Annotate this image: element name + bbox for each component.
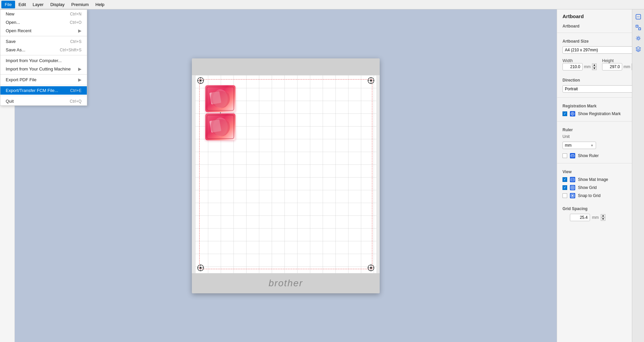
width-group: Width 210.0 mm ▲ ▼ <box>562 58 597 70</box>
divider-1 <box>557 33 644 33</box>
layers-panel-icon[interactable] <box>634 44 643 54</box>
grid-spacing-section-label: Grid Spacing <box>557 203 644 212</box>
svg-point-4 <box>200 80 202 82</box>
direction-label: Direction <box>557 75 644 84</box>
menu-item-save-as[interactable]: Save As... Ctrl+Shift+S <box>0 46 87 54</box>
separator-2 <box>0 55 87 55</box>
file-dropdown-menu: New Ctrl+N Open... Ctrl+O Open Recent ▶ … <box>0 9 87 106</box>
reg-mark-br <box>367 264 375 272</box>
menu-item-open[interactable]: Open... Ctrl+O <box>0 18 87 27</box>
reg-mark-bl <box>197 264 205 272</box>
menu-help[interactable]: Help <box>92 1 108 8</box>
snap-icon <box>570 193 575 198</box>
show-mat-image-row[interactable]: ✓ Show Mat Image <box>557 176 644 184</box>
menu-display[interactable]: Display <box>47 1 68 8</box>
show-mat-image-checkbox[interactable]: ✓ <box>562 177 567 182</box>
right-panel: Artboard Artboard Artboard Size A4 (210 … <box>557 9 644 342</box>
menu-item-quit[interactable]: Quit Ctrl+Q <box>0 97 87 105</box>
show-grid-label: Show Grid <box>578 185 597 190</box>
width-input[interactable]: 210.0 <box>562 63 583 70</box>
show-mat-image-label: Show Mat Image <box>578 177 608 182</box>
svg-rect-56 <box>636 25 638 27</box>
unit-select[interactable]: mm ▼ <box>562 142 596 149</box>
artboard-panel-icon[interactable] <box>634 12 643 21</box>
show-ruler-row[interactable]: Show Ruler <box>557 152 644 160</box>
ruler-section-label: Ruler <box>557 124 644 134</box>
svg-rect-43 <box>571 186 574 189</box>
separator-4 <box>0 85 87 85</box>
reg-mark-tl <box>197 77 205 85</box>
menu-file[interactable]: File <box>1 1 15 8</box>
registration-mark-section-label: Registration Mark <box>557 100 644 110</box>
show-registration-mark-row[interactable]: ✓ Show Registration Mark <box>557 110 644 118</box>
width-down-btn[interactable]: ▼ <box>592 67 597 70</box>
menu-premium[interactable]: Premium <box>68 1 92 8</box>
snap-to-grid-checkbox[interactable] <box>562 193 567 198</box>
svg-rect-57 <box>639 28 641 30</box>
grid-spacing-input[interactable]: 25.4 <box>570 214 590 221</box>
direction-row: Portrait ▼ <box>557 84 644 94</box>
divider-3 <box>557 121 644 121</box>
show-grid-row[interactable]: ✓ Show Grid <box>557 184 644 192</box>
snap-to-grid-label: Snap to Grid <box>578 193 600 198</box>
menu-item-export-pdf[interactable]: Export PDF File ▶ <box>0 76 87 84</box>
width-spinner: ▲ ▼ <box>592 63 597 70</box>
design-shape-top[interactable] <box>205 85 235 112</box>
menu-item-save[interactable]: Save Ctrl+S <box>0 37 87 46</box>
transform-panel-icon[interactable] <box>634 23 643 32</box>
svg-point-60 <box>637 37 639 39</box>
show-ruler-label: Show Ruler <box>578 153 599 158</box>
unit-label: Unit <box>557 134 644 140</box>
show-ruler-checkbox[interactable] <box>562 153 567 158</box>
svg-rect-37 <box>571 155 574 157</box>
menu-item-new[interactable]: New Ctrl+N <box>0 10 87 18</box>
snap-to-grid-row[interactable]: Snap to Grid <box>557 192 644 200</box>
svg-point-53 <box>572 195 573 196</box>
grid-spacing-spinner: ▲ ▼ <box>601 214 605 221</box>
ruler-icon <box>570 153 575 158</box>
artboard-size-row: A4 (210 x 297mm) ▼ <box>557 45 644 55</box>
direction-select[interactable]: Portrait ▼ <box>562 85 639 93</box>
settings-panel-icon[interactable] <box>634 34 643 43</box>
height-group: Height 297.0 mm ▲ ▼ <box>602 58 636 70</box>
menu-edit[interactable]: Edit <box>15 1 29 8</box>
menu-item-open-recent[interactable]: Open Recent ▶ <box>0 27 87 35</box>
grid-spacing-row: 25.4 mm ▲ ▼ <box>557 212 644 223</box>
show-registration-mark-checkbox[interactable]: ✓ <box>562 111 567 116</box>
unit-dropdown-icon: ▼ <box>590 144 594 147</box>
panel-icon-bar <box>632 9 644 342</box>
divider-4 <box>557 163 644 163</box>
section-artboard-label: Artboard <box>557 20 644 30</box>
design-objects[interactable] <box>205 85 239 146</box>
svg-point-32 <box>572 113 573 114</box>
reg-mark-tr <box>367 77 375 85</box>
menu-layer[interactable]: Layer <box>29 1 47 8</box>
grid-spacing-up-btn[interactable]: ▲ <box>601 214 605 217</box>
menu-item-import-machine[interactable]: Import from Your Cutting Machine ▶ <box>0 65 87 73</box>
height-input[interactable]: 297.0 <box>602 63 622 70</box>
mat-footer: brother <box>192 273 380 293</box>
mat-content[interactable] <box>195 75 376 273</box>
show-registration-mark-label: Show Registration Mark <box>578 111 621 116</box>
show-grid-checkbox[interactable]: ✓ <box>562 185 567 190</box>
grid-icon <box>570 185 575 190</box>
brand-logo: brother <box>269 278 303 289</box>
artboard-size-select[interactable]: A4 (210 x 297mm) ▼ <box>562 46 639 54</box>
dimensions-row: Width 210.0 mm ▲ ▼ Height 297.0 mm ▲ ▼ <box>557 57 644 72</box>
menu-item-import-computer[interactable]: Import from Your Computer... <box>0 56 87 65</box>
view-section-label: View <box>557 166 644 176</box>
separator-1 <box>0 36 87 36</box>
divider-2 <box>557 97 644 98</box>
width-up-btn[interactable]: ▲ <box>592 63 597 67</box>
mat-image-icon <box>570 177 575 182</box>
registration-mark-icon <box>570 111 575 116</box>
design-shape-bottom[interactable] <box>205 113 235 140</box>
separator-5 <box>0 96 87 96</box>
canvas-area: brother <box>15 9 557 342</box>
grid-spacing-down-btn[interactable]: ▼ <box>601 217 605 221</box>
menubar: File Edit Layer Display Premium Help <box>0 0 644 9</box>
svg-point-16 <box>200 267 202 269</box>
menu-item-export-fcm[interactable]: Export/Transfer FCM File... Ctrl+E <box>0 86 87 95</box>
svg-point-22 <box>370 267 372 269</box>
mat-container: brother <box>192 58 380 293</box>
